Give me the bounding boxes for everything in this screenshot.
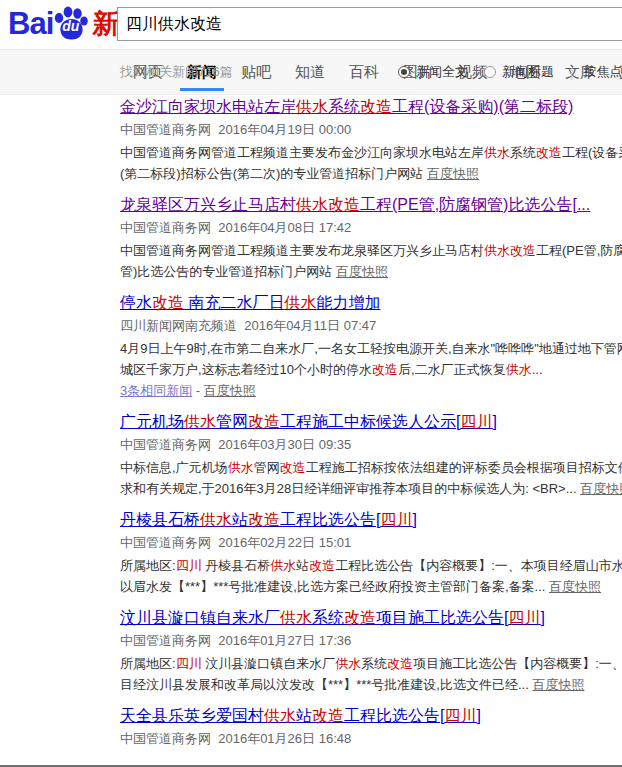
result-date: 2016年03月30日 09:35 (211, 437, 351, 452)
logo-text-bai: Bai (8, 6, 53, 42)
text-segment: ] (492, 413, 496, 430)
result-title-link[interactable]: 天全县乐英乡爱国村供水站改造工程比选公告[四川] (120, 705, 481, 727)
text-segment: 改造 (152, 294, 184, 311)
text-segment: 改造 (387, 656, 413, 671)
result-source: 中国管道商务网 (120, 731, 211, 746)
result-title-link[interactable]: 停水改造 南充二水厂日供水能力增加 (120, 292, 380, 314)
text-segment: 工程施工招标按依法组建的评标委员会根据项目招标文件要 (306, 460, 622, 475)
radio-news-title-label[interactable]: 新闻标题 (502, 63, 554, 81)
text-segment: 改造 (372, 362, 398, 377)
result-title-link[interactable]: 汶川县漩口镇自来水厂供水系统改造项目施工比选公告[四川] (120, 607, 545, 629)
text-segment: 供水 (280, 609, 312, 626)
result-item: 龙泉驿区万兴乡止马店村供水改造工程(PE管,防腐钢管)比选公告[...中国管道商… (120, 194, 622, 282)
result-item: 汶川县漩口镇自来水厂供水系统改造项目施工比选公告[四川]中国管道商务网 2016… (120, 607, 622, 695)
text-segment: 4月9日上午9时,在市第二自来水厂,一名女工轻按电源开关,自来水"哗哗哗"地通过… (120, 341, 622, 356)
result-title-link[interactable]: 金沙江向家坝水电站左岸供水系统改造工程(设备采购)(第二标段) (120, 96, 573, 118)
options-divider: | (570, 65, 573, 80)
text-segment: 后,二水厂正式恢复 (398, 362, 506, 377)
result-source: 中国管道商务网 (120, 535, 211, 550)
result-source-line: 中国管道商务网 2016年03月30日 09:35 (120, 435, 622, 455)
text-segment: 改造 (309, 558, 335, 573)
result-source-line: 中国管道商务网 2016年04月19日 00:00 (120, 120, 622, 140)
text-segment: 中国管道商务网管道工程频道主要发布金沙江向家坝水电站左岸 (120, 145, 484, 160)
header: Bai du 新闻 (0, 0, 622, 49)
text-segment: 汶川县漩口镇自来水厂 (120, 609, 280, 626)
text-segment: 改造 (248, 413, 280, 430)
text-segment: 工程比选公告【内容概要】:一、本项目经眉山市水务局 (335, 558, 622, 573)
baidu-news-results-page: Bai du 新闻 网页新闻贴吧知道百科图片视频地图文库更多 (0, 0, 622, 767)
radio-news-fulltext-label[interactable]: 新闻全文 (416, 63, 468, 81)
result-item: 停水改造 南充二水厂日供水能力增加四川新闻网南充频道 2016年04月11日 0… (120, 292, 622, 401)
text-segment: 改造 (344, 609, 376, 626)
result-source: 中国管道商务网 (120, 122, 211, 137)
text-segment: 改造 (312, 707, 344, 724)
result-source: 中国管道商务网 (120, 633, 211, 648)
text-segment: 求和有关规定,于2016年3月28日经详细评审推荐本项目的中标候选人为: <BR… (120, 481, 580, 496)
text-segment: 改造 (248, 511, 280, 528)
result-source-line: 中国管道商务网 2016年01月27日 17:36 (120, 631, 622, 651)
text-segment: 丹棱县石桥 (202, 558, 271, 573)
text-segment: 供水 (264, 707, 296, 724)
result-date: 2016年02月22日 15:01 (211, 535, 351, 550)
result-title-link[interactable]: 广元机场供水管网改造工程施工中标候选人公示[四川] (120, 411, 497, 433)
baidu-cache-link[interactable]: 百度快照 (336, 264, 388, 279)
result-abstract: 中国管道商务网管道工程频道主要发布龙泉驿区万兴乡止马店村供水改造工程(PE管,防… (120, 240, 622, 282)
search-input[interactable] (117, 7, 622, 41)
result-date: 2016年04月19日 00:00 (211, 122, 351, 137)
text-segment: 南充二水厂日 (184, 294, 284, 311)
text-segment: 金沙江向家坝水电站左岸 (120, 98, 296, 115)
result-title-link[interactable]: 丹棱县石桥供水站改造工程比选公告[四川] (120, 509, 417, 531)
result-item: 金沙江向家坝水电站左岸供水系统改造工程(设备采购)(第二标段)中国管道商务网 2… (120, 96, 622, 184)
result-source-line: 中国管道商务网 2016年01月26日 16:48 (120, 729, 622, 749)
text-segment: 汶川县漩口镇自来水厂 (202, 656, 336, 671)
text-segment: 工程(PE管,防腐钢 (536, 243, 622, 258)
text-segment: 四川 (380, 511, 412, 528)
text-segment: 站 (296, 558, 309, 573)
text-segment: 四川 (176, 558, 202, 573)
text-segment: 系统 (510, 145, 536, 160)
text-segment: 四川 (460, 413, 492, 430)
text-segment: 工程(设备采购)(第二标段) (392, 98, 573, 115)
baidu-cache-link[interactable]: 百度快照 (580, 481, 622, 496)
text-segment: 所属地区: (120, 558, 176, 573)
text-segment: 项目施工比选公告【内容概要】:一、本项 (413, 656, 622, 671)
text-segment: 工程(设备采购) (562, 145, 622, 160)
baidu-cache-link[interactable]: 百度快照 (549, 579, 601, 594)
text-segment: ] (476, 707, 480, 724)
text-segment: 龙泉驿区万兴乡止马店村 (120, 196, 296, 213)
text-segment: 广元机场 (120, 413, 184, 430)
result-abstract: 所属地区:四川 丹棱县石桥供水站改造工程比选公告【内容概要】:一、本项目经眉山市… (120, 555, 622, 597)
radio-news-fulltext[interactable] (398, 66, 410, 78)
result-abstract: 中国管道商务网管道工程频道主要发布金沙江向家坝水电站左岸供水系统改造工程(设备采… (120, 142, 622, 184)
text-segment: 供水 (506, 362, 532, 377)
text-segment: 供水 (284, 294, 316, 311)
baidu-cache-link[interactable]: 百度快照 (532, 677, 584, 692)
result-count: 找到相关新闻716篇 (120, 63, 233, 81)
baidu-cache-link[interactable]: 百度快照 (427, 166, 479, 181)
text-segment: - (192, 383, 204, 398)
result-title-link[interactable]: 龙泉驿区万兴乡止马店村供水改造工程(PE管,防腐钢管)比选公告[... (120, 194, 590, 216)
logo-text-du: du (62, 19, 79, 33)
result-item: 广元机场供水管网改造工程施工中标候选人公示[四川]中国管道商务网 2016年03… (120, 411, 622, 499)
same-news-link[interactable]: 3条相同新闻 (120, 383, 192, 398)
result-date: 2016年04月11日 07:47 (237, 318, 376, 333)
text-segment: 站 (296, 707, 312, 724)
sort-by-focus-link[interactable]: 按焦点排序 (583, 63, 622, 81)
text-segment: 系统 (312, 609, 344, 626)
result-abstract: 所属地区:四川 汶川县漩口镇自来水厂供水系统改造项目施工比选公告【内容概要】:一… (120, 653, 622, 695)
result-abstract: 4月9日上午9时,在市第二自来水厂,一名女工轻按电源开关,自来水"哗哗哗"地通过… (120, 338, 622, 401)
text-segment: 中国管道商务网管道工程频道主要发布龙泉驿区万兴乡止马店村 (120, 243, 484, 258)
text-segment: 以眉水发【***】***号批准建设,比选方案已经政府投资主管部门备案,备案... (120, 579, 549, 594)
result-item: 天全县乐英乡爱国村供水站改造工程比选公告[四川]中国管道商务网 2016年01月… (120, 705, 622, 749)
result-source: 中国管道商务网 (120, 437, 211, 452)
result-source-line: 中国管道商务网 2016年02月22日 15:01 (120, 533, 622, 553)
radio-news-title[interactable] (484, 66, 496, 78)
baidu-cache-link[interactable]: 百度快照 (204, 383, 256, 398)
text-segment: 站 (232, 511, 248, 528)
text-segment: 供水 (484, 145, 510, 160)
text-segment: 停水 (120, 294, 152, 311)
text-segment: 管网 (216, 413, 248, 430)
text-segment: 工程比选公告[ (344, 707, 444, 724)
text-segment: 供水 (335, 656, 361, 671)
text-segment: 供水 (200, 511, 232, 528)
